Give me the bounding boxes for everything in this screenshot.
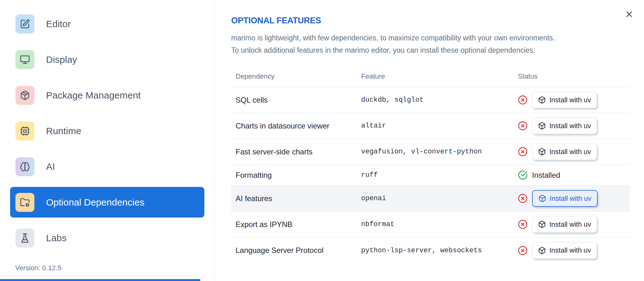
sidebar-item-display[interactable]: Display (10, 44, 204, 75)
install-button-label: Install with uv (549, 148, 591, 156)
package-icon-box (15, 86, 34, 105)
description: marimo is lightweight, with few dependen… (231, 32, 630, 57)
table-row-language-server-protocol: Language Server Protocolpython-lsp-serve… (231, 237, 630, 263)
install-button-label: Install with uv (550, 194, 591, 203)
feature-cell: altair (361, 122, 518, 130)
dependency-cell: Language Server Protocol (231, 246, 361, 255)
feature-cell: duckdb, sqlglot (361, 96, 518, 104)
sidebar-item-label: Package Management (46, 90, 141, 101)
dependency-cell: SQL cells (231, 96, 361, 105)
dependency-cell: AI features (231, 194, 361, 203)
install-button-label: Install with uv (549, 246, 591, 254)
box-icon (538, 247, 546, 254)
status-cell: Install with uv (518, 242, 630, 259)
table-row-ai-features: AI featuresopenaiInstall with uv (231, 186, 630, 212)
settings-nav: EditorDisplayPackage ManagementRuntimeAI… (0, 9, 214, 253)
circle-x-icon (518, 121, 528, 131)
brain-icon-box (15, 157, 34, 176)
folder-cog-icon (20, 197, 30, 207)
box-icon (538, 96, 546, 104)
install-button-label: Install with uv (549, 96, 591, 104)
sidebar-item-editor[interactable]: Editor (10, 9, 204, 39)
sidebar-item-package-management[interactable]: Package Management (10, 80, 204, 111)
package-icon (20, 90, 30, 100)
brain-icon (20, 162, 30, 172)
sidebar-item-optional-dependencies[interactable]: Optional Dependencies (10, 187, 204, 218)
box-icon (538, 220, 546, 228)
table-row-export-as-ipynb: Export as IPYNBnbformatInstall with uv (231, 212, 630, 237)
column-header-dependency: Dependency (231, 72, 361, 81)
circle-x-icon (518, 246, 528, 255)
sidebar-item-label: Labs (46, 233, 67, 243)
circle-x-icon (518, 219, 528, 229)
install-with-uv-button[interactable]: Install with uv (532, 242, 597, 259)
circle-check-icon (518, 170, 528, 180)
sidebar-item-runtime[interactable]: Runtime (10, 116, 204, 146)
status-cell: Install with uv (518, 143, 630, 160)
feature-cell: python-lsp-server, websockets (361, 247, 518, 254)
status-cell: Install with uv (518, 216, 630, 233)
sidebar-bottom-accent (0, 279, 200, 281)
optional-features-panel: OPTIONAL FEATURES marimo is lightweight,… (214, 0, 644, 281)
column-header-status: Status (518, 72, 630, 81)
status-cell: Install with uv (518, 117, 630, 134)
install-with-uv-button[interactable]: Install with uv (532, 92, 597, 108)
square-pen-icon (20, 19, 30, 29)
circle-x-icon (518, 147, 528, 157)
circle-x-icon (518, 194, 528, 203)
install-with-uv-button[interactable]: Install with uv (532, 117, 597, 134)
sidebar-item-labs[interactable]: Labs (10, 223, 204, 253)
box-icon (538, 194, 546, 202)
dependency-cell: Export as IPYNB (231, 220, 361, 229)
close-icon (624, 9, 634, 19)
monitor-icon (20, 55, 30, 65)
page-title: OPTIONAL FEATURES (231, 16, 630, 26)
cpu-icon-box (15, 122, 34, 140)
feature-cell: nbformat (361, 220, 518, 228)
sidebar-item-label: Optional Dependencies (46, 197, 144, 208)
flask-icon (20, 233, 30, 243)
box-icon (538, 148, 546, 156)
status-cell: Install with uv (518, 190, 630, 207)
feature-cell: openai (361, 194, 518, 202)
dependency-cell: Fast server-side charts (231, 147, 361, 156)
dependency-cell: Formatting (231, 171, 361, 180)
dependency-table: DependencyFeatureStatus SQL cellsduckdb,… (231, 66, 630, 263)
table-row-formatting: FormattingruffInstalled (231, 165, 630, 186)
status-cell: Install with uv (518, 92, 630, 108)
description-line: marimo is lightweight, with few dependen… (231, 32, 630, 44)
install-with-uv-button[interactable]: Install with uv (532, 143, 597, 160)
table-row-sql-cells: SQL cellsduckdb, sqlglotInstall with uv (231, 87, 630, 113)
description-line: To unlock additional features in the mar… (231, 44, 630, 57)
table-header-row: DependencyFeatureStatus (231, 66, 630, 87)
box-icon (538, 122, 546, 130)
table-row-charts-in-datasource-viewer: Charts in datasource vieweraltairInstall… (231, 113, 630, 139)
sidebar-item-label: Runtime (46, 126, 81, 136)
settings-dialog: EditorDisplayPackage ManagementRuntimeAI… (0, 0, 644, 281)
cpu-icon (20, 126, 30, 136)
sidebar: EditorDisplayPackage ManagementRuntimeAI… (0, 0, 214, 281)
table-body: SQL cellsduckdb, sqlglotInstall with uvC… (231, 87, 630, 263)
install-with-uv-button[interactable]: Install with uv (532, 190, 598, 207)
square-pen-icon-box (15, 15, 34, 33)
install-button-label: Install with uv (549, 220, 591, 229)
sidebar-item-ai[interactable]: AI (10, 151, 204, 182)
monitor-icon-box (15, 50, 34, 69)
version-label: Version: 0.12.5 (15, 264, 61, 272)
circle-x-icon (518, 95, 528, 105)
install-with-uv-button[interactable]: Install with uv (532, 216, 597, 233)
column-header-feature: Feature (361, 72, 518, 81)
install-button-label: Install with uv (549, 122, 591, 130)
installed-label: Installed (532, 171, 560, 180)
feature-cell: vegafusion, vl-convert-python (361, 148, 518, 156)
feature-cell: ruff (361, 171, 518, 179)
close-button[interactable] (624, 9, 634, 19)
table-row-fast-server-side-charts: Fast server-side chartsvegafusion, vl-co… (231, 139, 630, 165)
folder-cog-icon-box (15, 193, 34, 212)
sidebar-item-label: Display (46, 54, 77, 65)
dependency-cell: Charts in datasource viewer (231, 122, 361, 130)
status-cell: Installed (518, 170, 630, 180)
flask-icon-box (15, 229, 34, 248)
sidebar-item-label: Editor (46, 19, 71, 29)
sidebar-item-label: AI (46, 161, 55, 172)
